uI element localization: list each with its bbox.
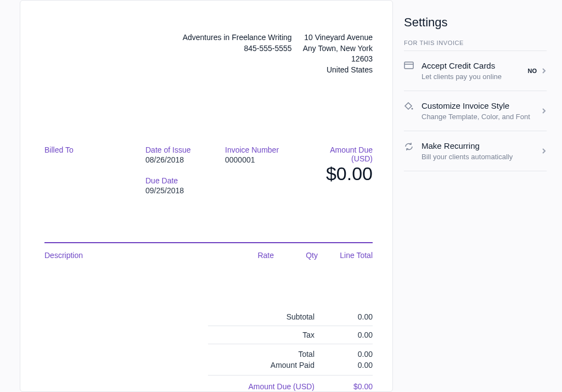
company-block: Adventures in Freelance Writing 845-555-… — [183, 32, 292, 75]
svg-rect-0 — [404, 62, 413, 69]
col-rate: Rate — [224, 251, 274, 260]
due-date: 09/25/2018 — [145, 186, 218, 195]
invoice-header: Adventures in Freelance Writing 845-555-… — [44, 32, 373, 75]
setting-title: Make Recurring — [422, 141, 541, 150]
col-line-total: Line Total — [318, 251, 373, 260]
subtotal-label: Subtotal — [208, 312, 334, 321]
tax-value: 0.00 — [334, 331, 373, 339]
invoice-panel: Adventures in Freelance Writing 845-555-… — [20, 0, 393, 392]
credit-card-icon — [404, 61, 416, 69]
invoice-meta: Billed To Date of Issue 08/26/2018 Due D… — [44, 145, 373, 195]
settings-subtitle: FOR THIS INVOICE — [404, 40, 547, 46]
billed-to-label: Billed To — [44, 145, 139, 154]
col-description: Description — [44, 251, 224, 260]
paint-bucket-icon — [404, 102, 416, 111]
subtotal-value: 0.00 — [334, 312, 373, 321]
company-phone: 845-555-5555 — [183, 43, 292, 54]
tax-label: Tax — [208, 331, 334, 339]
chevron-right-icon — [541, 107, 547, 115]
address-country: United States — [303, 65, 373, 76]
due-date-label: Due Date — [145, 176, 218, 185]
setting-accept-credit-cards[interactable]: Accept Credit Cards Let clients pay you … — [404, 51, 547, 91]
amount-paid-value: 0.00 — [334, 361, 373, 369]
col-qty: Qty — [274, 251, 318, 260]
address-zip: 12603 — [303, 54, 373, 65]
address-block: 10 Vineyard Avenue Any Town, New York 12… — [303, 32, 373, 75]
line-items-header: Description Rate Qty Line Total — [44, 242, 373, 260]
date-of-issue: 08/26/2018 — [145, 155, 218, 164]
setting-badge-no: NO — [528, 68, 537, 74]
setting-title: Customize Invoice Style — [422, 101, 541, 110]
setting-desc: Bill your clients automatically — [422, 153, 541, 161]
company-name: Adventures in Freelance Writing — [183, 32, 292, 43]
chevron-right-icon — [541, 147, 547, 155]
amount-due-big: $0.00 — [314, 163, 373, 184]
setting-title: Accept Credit Cards — [422, 61, 528, 70]
settings-title: Settings — [404, 15, 547, 30]
address-line2: Any Town, New York — [303, 43, 373, 54]
invoice-totals: Subtotal 0.00 Tax 0.00 Total 0.00 Amount… — [208, 308, 373, 392]
total-label: Total — [208, 350, 334, 359]
date-of-issue-label: Date of Issue — [145, 145, 218, 154]
chevron-right-icon — [541, 67, 547, 75]
setting-make-recurring[interactable]: Make Recurring Bill your clients automat… — [404, 131, 547, 171]
invoice-number: 0000001 — [225, 155, 307, 164]
total-value: 0.00 — [334, 350, 373, 359]
setting-desc: Let clients pay you online — [422, 72, 528, 81]
amount-due-footer-value: $0.00 — [334, 382, 373, 391]
amount-due-footer-label: Amount Due (USD) — [208, 382, 334, 391]
address-line1: 10 Vineyard Avenue — [303, 32, 373, 43]
settings-list: Accept Credit Cards Let clients pay you … — [404, 51, 547, 171]
setting-desc: Change Template, Color, and Font — [422, 113, 541, 121]
svg-point-2 — [412, 108, 413, 110]
amount-due-label: Amount Due (USD) — [314, 145, 373, 163]
invoice-number-label: Invoice Number — [225, 145, 307, 154]
recurring-icon — [404, 142, 416, 152]
setting-customize-style[interactable]: Customize Invoice Style Change Template,… — [404, 91, 547, 131]
amount-paid-label: Amount Paid — [208, 361, 334, 369]
settings-panel: Settings FOR THIS INVOICE Accept Credit … — [393, 0, 562, 392]
